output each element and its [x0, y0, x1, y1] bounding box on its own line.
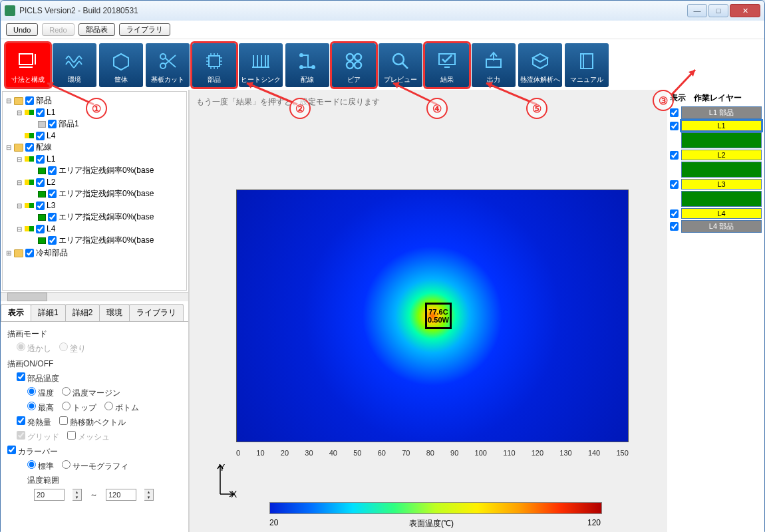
- radio-temp-margin[interactable]: 温度マージン: [62, 387, 120, 399]
- tree-checkbox[interactable]: [36, 132, 45, 140]
- layer-item[interactable]: L4 部品: [681, 220, 762, 233]
- tree-hscroll[interactable]: [1, 292, 188, 301]
- minimize-button[interactable]: —: [687, 4, 707, 17]
- left-pane: ⊟部品 ⊟L1 部品1 L4 ⊟配線 ⊟L1 エリア指定残銅率0%(base ⊟…: [1, 90, 189, 532]
- tool-via[interactable]: ビア: [332, 43, 376, 87]
- tool-label: 配線: [301, 75, 314, 84]
- svg-rect-0: [19, 54, 33, 65]
- tool-label: 寸法と構成: [11, 75, 45, 84]
- tool-board-cut[interactable]: 基板カット: [146, 43, 190, 87]
- colorbar-label: 表面温度(℃): [409, 518, 454, 529]
- item-icon: [38, 168, 46, 174]
- maximize-button[interactable]: □: [708, 4, 728, 17]
- tab-display[interactable]: 表示: [1, 304, 31, 321]
- tool-label: 結果: [440, 75, 454, 84]
- radio-transparent[interactable]: 透かし: [17, 342, 51, 354]
- tab-detail1[interactable]: 詳細1: [31, 304, 66, 321]
- layer-checkbox[interactable]: [670, 180, 679, 189]
- tree-checkbox[interactable]: [48, 120, 57, 128]
- layer-icon: [25, 133, 34, 138]
- layer-icon: [25, 110, 34, 115]
- radio-standard[interactable]: 標準: [27, 460, 54, 472]
- svg-rect-3: [209, 56, 220, 66]
- tree-label: 冷却部品: [36, 247, 68, 259]
- tab-env[interactable]: 環境: [99, 304, 130, 321]
- library-button[interactable]: ライブラリ: [119, 23, 170, 36]
- callout-1: ①: [86, 98, 107, 119]
- tree-checkbox[interactable]: [25, 96, 34, 105]
- tool-manual[interactable]: マニュアル: [565, 43, 609, 87]
- tree-checkbox[interactable]: [48, 166, 57, 175]
- app-window: PICLS Version2 - Build 20180531 — □ ✕ Un…: [0, 0, 765, 532]
- range-hi-input[interactable]: 120: [106, 489, 136, 501]
- tab-library[interactable]: ライブラリ: [129, 304, 184, 321]
- tree-label: L2: [47, 178, 55, 187]
- tree-checkbox[interactable]: [36, 225, 45, 233]
- check-parts-temp[interactable]: 部品温度: [17, 372, 59, 384]
- tree-checkbox[interactable]: [25, 143, 34, 152]
- check-heat[interactable]: 発熱量: [17, 416, 51, 428]
- hotspot-power: 0.50W: [428, 316, 449, 324]
- via-icon: [343, 50, 365, 72]
- tool-label: ビア: [347, 75, 361, 84]
- spinner-buttons[interactable]: ▲▼: [73, 489, 82, 501]
- radio-top[interactable]: トップ: [62, 402, 96, 414]
- tree-label: エリア指定残銅率0%(base: [59, 188, 154, 200]
- layer-item[interactable]: L4: [681, 208, 762, 219]
- layer-checkbox[interactable]: [670, 122, 679, 130]
- mini-toolbar: Undo Redo 部品表 ライブラリ: [1, 21, 764, 39]
- redo-button[interactable]: Redo: [42, 23, 74, 36]
- radio-max[interactable]: 最高: [27, 402, 54, 414]
- tree-checkbox[interactable]: [48, 213, 57, 221]
- range-lo-input[interactable]: 20: [34, 489, 65, 501]
- radio-fill[interactable]: 塗り: [59, 342, 86, 354]
- tilde: ～: [90, 489, 98, 501]
- tree-label: エリア指定残銅率0%(base: [59, 211, 154, 223]
- spinner-buttons[interactable]: ▲▼: [144, 489, 154, 501]
- undo-button[interactable]: Undo: [6, 23, 38, 36]
- folder-icon: [14, 144, 23, 152]
- radio-bottom[interactable]: ボトム: [104, 402, 139, 414]
- check-mesh[interactable]: メッシュ: [67, 431, 110, 443]
- layer-checkbox[interactable]: [670, 108, 679, 117]
- label-temp-range: 温度範囲: [27, 475, 59, 486]
- tree-checkbox[interactable]: [36, 155, 45, 164]
- tree-label: 部品1: [59, 118, 79, 130]
- tab-detail2[interactable]: 詳細2: [65, 304, 100, 321]
- layer-checkbox[interactable]: [670, 209, 679, 218]
- check-heat-vector[interactable]: 熱移動ベクトル: [59, 416, 126, 428]
- layer-item[interactable]: L3: [681, 179, 762, 190]
- x-axis-label: X: [231, 489, 237, 499]
- tree-view[interactable]: ⊟部品 ⊟L1 部品1 L4 ⊟配線 ⊟L1 エリア指定残銅率0%(base ⊟…: [2, 91, 187, 291]
- export-icon: [482, 50, 505, 72]
- radio-temp[interactable]: 温度: [27, 387, 54, 399]
- tree-checkbox[interactable]: [48, 236, 57, 245]
- close-button[interactable]: ✕: [730, 4, 760, 17]
- layer-item[interactable]: L1: [681, 120, 762, 131]
- tree-label: L4: [47, 224, 55, 233]
- detail-tabs: 表示 詳細1 詳細2 環境 ライブラリ: [1, 304, 188, 322]
- check-grid[interactable]: グリッド: [17, 431, 59, 443]
- tool-label: マニュアル: [570, 75, 603, 84]
- tree-label: L4: [47, 131, 55, 140]
- item-icon: [38, 191, 46, 198]
- layer-icon: [25, 203, 34, 208]
- layer-item[interactable]: L1 部品: [681, 106, 762, 119]
- tree-label: L3: [47, 201, 55, 210]
- tree-checkbox[interactable]: [36, 178, 45, 187]
- item-icon: [38, 237, 46, 244]
- parts-list-button[interactable]: 部品表: [78, 23, 115, 36]
- tree-checkbox[interactable]: [36, 108, 45, 117]
- tree-checkbox[interactable]: [36, 201, 45, 210]
- tool-case[interactable]: 筐体: [99, 43, 143, 87]
- check-colorbar[interactable]: カラーバー: [7, 446, 58, 458]
- layer-checkbox[interactable]: [670, 222, 679, 231]
- tree-checkbox[interactable]: [25, 249, 34, 257]
- layer-item[interactable]: L2: [681, 150, 762, 160]
- tool-parts[interactable]: 部品: [192, 43, 236, 87]
- layer-checkbox[interactable]: [670, 151, 679, 160]
- tree-checkbox[interactable]: [48, 190, 57, 198]
- svg-point-7: [347, 54, 353, 61]
- svg-point-9: [347, 62, 353, 68]
- radio-thermo[interactable]: サーモグラフィ: [62, 460, 128, 472]
